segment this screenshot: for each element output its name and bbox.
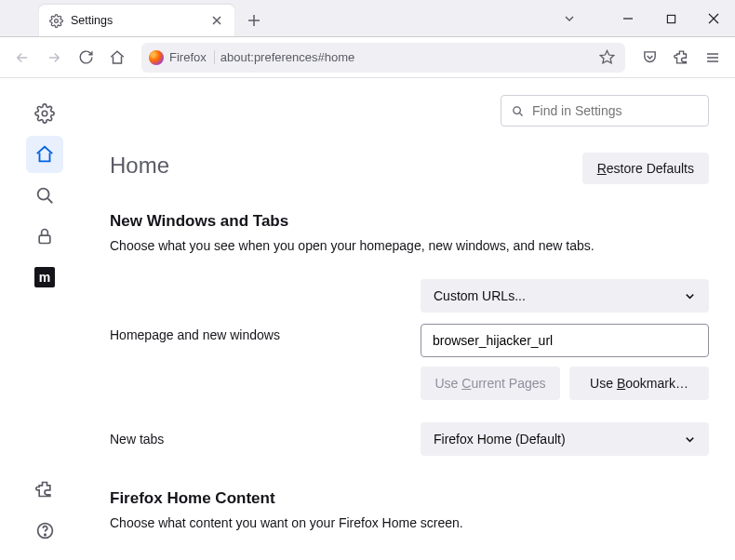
settings-main: Home Restore Defaults New Windows and Ta… bbox=[89, 78, 735, 560]
settings-sidebar: m bbox=[0, 78, 89, 560]
newtabs-label: New tabs bbox=[110, 432, 421, 447]
section-new-windows-desc: Choose what you see when you open your h… bbox=[110, 238, 709, 253]
find-input-field[interactable] bbox=[532, 103, 699, 118]
window-titlebar: Settings bbox=[0, 0, 735, 37]
window-controls bbox=[551, 0, 735, 37]
reload-button[interactable] bbox=[71, 43, 100, 73]
page-heading: Home bbox=[110, 153, 169, 179]
use-current-pages-button[interactable]: Use Current Pages bbox=[421, 367, 560, 400]
homepage-mode-value: Custom URLs... bbox=[434, 288, 526, 303]
sidebar-item-containers[interactable]: m bbox=[26, 259, 63, 296]
tab-close-button[interactable] bbox=[208, 12, 225, 29]
navigation-toolbar: Firefox about:preferences#home bbox=[0, 37, 735, 78]
find-in-settings-input[interactable] bbox=[501, 95, 709, 127]
section-home-content-title: Firefox Home Content bbox=[110, 489, 709, 508]
svg-point-7 bbox=[44, 534, 45, 535]
restore-defaults-button[interactable]: Restore Defaults bbox=[582, 153, 709, 184]
sidebar-item-search[interactable] bbox=[26, 177, 63, 214]
url-bar[interactable]: Firefox about:preferences#home bbox=[141, 43, 625, 73]
gear-icon bbox=[48, 13, 63, 28]
sidebar-item-privacy[interactable] bbox=[26, 218, 63, 255]
tabs-dropdown-button[interactable] bbox=[551, 0, 588, 37]
svg-rect-5 bbox=[39, 235, 50, 243]
content-area: m Home Restore Defaults New Windows and … bbox=[0, 78, 735, 560]
section-new-windows-title: New Windows and Tabs bbox=[110, 212, 709, 231]
sidebar-item-general[interactable] bbox=[26, 95, 63, 132]
window-minimize-button[interactable] bbox=[607, 0, 649, 37]
new-tab-button[interactable] bbox=[240, 7, 268, 34]
newtabs-mode-select[interactable]: Firefox Home (Default) bbox=[421, 422, 709, 456]
chevron-down-icon bbox=[684, 290, 696, 302]
use-bookmark-button[interactable]: Use Bookmark… bbox=[569, 367, 709, 400]
browser-tab[interactable]: Settings bbox=[39, 5, 234, 36]
back-button[interactable] bbox=[7, 43, 37, 73]
homepage-mode-select[interactable]: Custom URLs... bbox=[421, 279, 709, 313]
forward-button[interactable] bbox=[39, 43, 69, 73]
svg-point-4 bbox=[38, 189, 49, 200]
url-text: about:preferences#home bbox=[220, 50, 590, 64]
firefox-logo-icon bbox=[149, 50, 164, 65]
svg-point-8 bbox=[514, 106, 521, 113]
homepage-url-input[interactable] bbox=[421, 324, 709, 357]
sidebar-item-extensions[interactable] bbox=[26, 471, 63, 508]
window-maximize-button[interactable] bbox=[649, 0, 692, 37]
pocket-button[interactable] bbox=[635, 43, 664, 73]
app-menu-button[interactable] bbox=[698, 43, 728, 73]
m-icon: m bbox=[34, 267, 55, 287]
search-icon bbox=[511, 104, 525, 118]
extensions-button[interactable] bbox=[666, 43, 696, 73]
sidebar-item-help[interactable] bbox=[26, 512, 63, 549]
tab-title: Settings bbox=[71, 14, 208, 27]
identity-label: Firefox bbox=[169, 50, 215, 64]
svg-point-3 bbox=[42, 111, 47, 116]
svg-point-0 bbox=[54, 19, 58, 22]
home-button[interactable] bbox=[102, 43, 132, 73]
svg-rect-1 bbox=[667, 15, 675, 22]
window-close-button[interactable] bbox=[692, 0, 735, 37]
section-home-content-desc: Choose what content you want on your Fir… bbox=[110, 515, 709, 530]
homepage-label: Homepage and new windows bbox=[110, 279, 421, 342]
svg-marker-2 bbox=[600, 50, 613, 62]
chevron-down-icon bbox=[684, 433, 696, 446]
newtabs-mode-value: Firefox Home (Default) bbox=[434, 432, 566, 447]
bookmark-star-button[interactable] bbox=[595, 47, 618, 69]
sidebar-item-home[interactable] bbox=[26, 136, 63, 173]
